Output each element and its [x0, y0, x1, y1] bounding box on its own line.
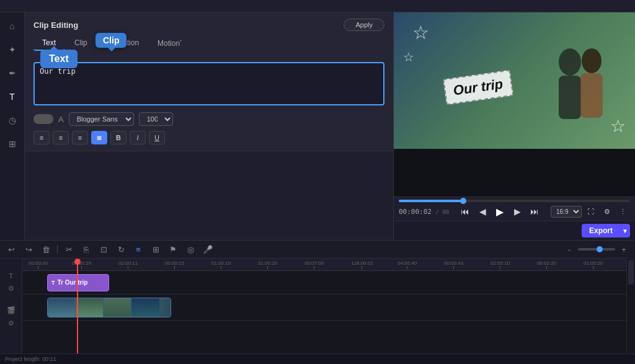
zoom-thumb	[597, 246, 603, 252]
cursor-icon[interactable]: ✦	[4, 41, 21, 58]
zoom-controls: - +	[563, 243, 630, 255]
undo-btn[interactable]: ↩	[5, 243, 17, 255]
right-panel: ☆ ☆ ☆ Our trip	[393, 12, 635, 240]
svg-point-2	[582, 48, 602, 73]
ruler-tick-7: 128:00:02	[351, 260, 373, 269]
step-forward-btn[interactable]: ▶	[510, 205, 524, 218]
cut-btn[interactable]: ✂	[63, 243, 75, 255]
tooltip-clip: Clip	[95, 33, 127, 48]
zoom-plus-btn[interactable]: +	[618, 243, 630, 255]
tracks-area: T Tr Our trip	[22, 271, 626, 353]
ruler-tick-11: 08:02:20	[537, 260, 556, 269]
step-back-btn[interactable]: ◀	[476, 205, 489, 218]
timeline-section: ↩ ↪ 🗑 ✂ ⎘ ⊡ ↻ ≡ ⊞ ⚑ ◎ 🎤 - + T ⚙ 🎬 ⚙	[0, 240, 635, 364]
zoom-slider[interactable]	[578, 248, 615, 251]
align-left-btn[interactable]: ≡	[33, 131, 50, 144]
grid-icon[interactable]: ⊞	[4, 135, 21, 153]
pen-icon[interactable]: ✒	[4, 64, 21, 82]
ruler-tick-9: 00:00:43	[444, 260, 463, 269]
align-right-btn[interactable]: ≡	[72, 131, 88, 144]
svg-point-0	[559, 48, 581, 76]
progress-fill	[399, 200, 463, 202]
flag-btn[interactable]: ⚑	[167, 243, 179, 255]
export-button[interactable]: Export	[582, 224, 620, 237]
progress-bar[interactable]	[399, 200, 630, 202]
vertical-scrollbar[interactable]	[626, 259, 635, 353]
ruler-tick-3: 00:00:15	[165, 260, 184, 269]
ruler-tick-2: 02:00:11	[118, 260, 138, 269]
timeline-toolbar: ↩ ↪ 🗑 ✂ ⎘ ⊡ ↻ ≡ ⊞ ⚑ ◎ 🎤 - +	[0, 241, 635, 259]
track-icon-1: T	[9, 272, 13, 280]
skip-end-btn[interactable]: ⏭	[528, 205, 541, 218]
thumb-2	[76, 298, 104, 317]
copy-btn[interactable]: ⎘	[80, 243, 92, 255]
text-input[interactable]	[33, 62, 384, 105]
left-toolbar: ⌂ ✦ ✒ T ◷ ⊞	[0, 12, 25, 240]
skip-start-btn[interactable]: ⏮	[458, 205, 472, 218]
video-track-clip[interactable]	[47, 298, 171, 317]
tooltip-text: Text	[40, 50, 78, 68]
grid-view-btn[interactable]: ⊞	[149, 243, 162, 255]
playback-bar: 00:00:02 / 00 ⏮ ◀ ▶ ▶ ⏭ 16:9 ⛶ ⚙ ⋮	[394, 197, 635, 221]
playhead	[77, 259, 78, 353]
play-pause-btn[interactable]: ▶	[493, 205, 507, 218]
track-settings-1[interactable]: ⚙	[8, 285, 14, 293]
playback-controls-row: 00:00:02 / 00 ⏮ ◀ ▶ ▶ ⏭ 16:9 ⛶ ⚙ ⋮	[399, 205, 630, 218]
tabs-row: Text Clip Animation Motion* Clip	[33, 36, 384, 51]
track-icon-2: 🎬	[7, 306, 16, 314]
more-btn[interactable]: ⋮	[616, 205, 630, 218]
tab-text[interactable]: Text	[33, 36, 64, 51]
couple-silhouette	[536, 43, 623, 149]
clock-icon[interactable]: ◷	[4, 112, 21, 129]
playback-icons: ⏮ ◀ ▶ ▶ ⏭	[458, 205, 541, 218]
toggle-switch[interactable]	[33, 114, 53, 124]
redo-btn[interactable]: ↪	[22, 243, 35, 255]
text-track-clip[interactable]: T Tr Our trip	[47, 274, 109, 291]
svg-rect-3	[580, 73, 603, 118]
tab-motion[interactable]: Motion*	[149, 36, 190, 51]
mic-btn[interactable]: 🎤	[202, 243, 214, 255]
home-icon[interactable]: ⌂	[4, 17, 21, 35]
progress-dot[interactable]	[460, 198, 466, 204]
svg-rect-1	[559, 76, 581, 119]
text-icon[interactable]: T	[4, 88, 21, 105]
apply-button[interactable]: Apply	[344, 19, 384, 31]
ruler-tick-4: 01:00:19	[211, 260, 231, 269]
audio-track-row	[22, 321, 626, 339]
text-track-row: T Tr Our trip	[22, 271, 626, 295]
paste-btn[interactable]: ⊡	[97, 243, 110, 255]
target-btn[interactable]: ◎	[184, 243, 197, 255]
ruler-tick-6: 00:07:00	[304, 260, 324, 269]
font-size-select[interactable]: 100	[139, 112, 173, 126]
italic-btn[interactable]: I	[130, 131, 146, 144]
export-dropdown-button[interactable]: ▼	[620, 224, 630, 237]
fullscreen-btn[interactable]: ⛶	[584, 205, 598, 218]
zoom-minus-btn[interactable]: -	[563, 243, 575, 255]
highlight-btn[interactable]: ■	[91, 131, 107, 144]
star-icon-1: ☆	[412, 22, 429, 43]
star-icon-2: ☆	[403, 50, 414, 64]
our-trip-overlay: Our trip	[443, 70, 513, 105]
video-clip-inner	[48, 298, 171, 317]
playhead-top	[74, 259, 81, 265]
timeline-ruler: 00:00:00 01:00:29 02:00:11 00:00:15 01:0…	[22, 259, 626, 271]
format-controls: ≡ ≡ ≡ ■ B I U	[33, 131, 384, 144]
clip-editing-title: Clip Editing	[33, 20, 78, 30]
aspect-ratio-select[interactable]: 16:9	[551, 206, 582, 218]
underline-btn[interactable]: U	[149, 131, 165, 144]
tab-clip[interactable]: Clip	[66, 36, 96, 51]
align-center-btn[interactable]: ≡	[53, 131, 69, 144]
track-settings-2[interactable]: ⚙	[8, 319, 14, 327]
loop-btn[interactable]: ↻	[115, 243, 127, 255]
trash-btn[interactable]: 🗑	[40, 243, 52, 255]
ruler-tick-10: 02:05:10	[491, 260, 510, 269]
thumb-4	[131, 298, 159, 317]
clip-editing-panel: Clip Editing Apply Text Clip Animation M…	[25, 12, 393, 151]
export-row: Export ▼	[394, 221, 635, 240]
preview-area: ☆ ☆ ☆ Our trip	[394, 12, 635, 197]
list-btn[interactable]: ≡	[132, 243, 144, 255]
bold-btn[interactable]: B	[110, 131, 127, 144]
font-select[interactable]: Blogger Sans	[69, 112, 134, 126]
settings-btn[interactable]: ⚙	[600, 205, 614, 218]
aspect-controls: 16:9 ⛶ ⚙ ⋮	[551, 205, 630, 218]
